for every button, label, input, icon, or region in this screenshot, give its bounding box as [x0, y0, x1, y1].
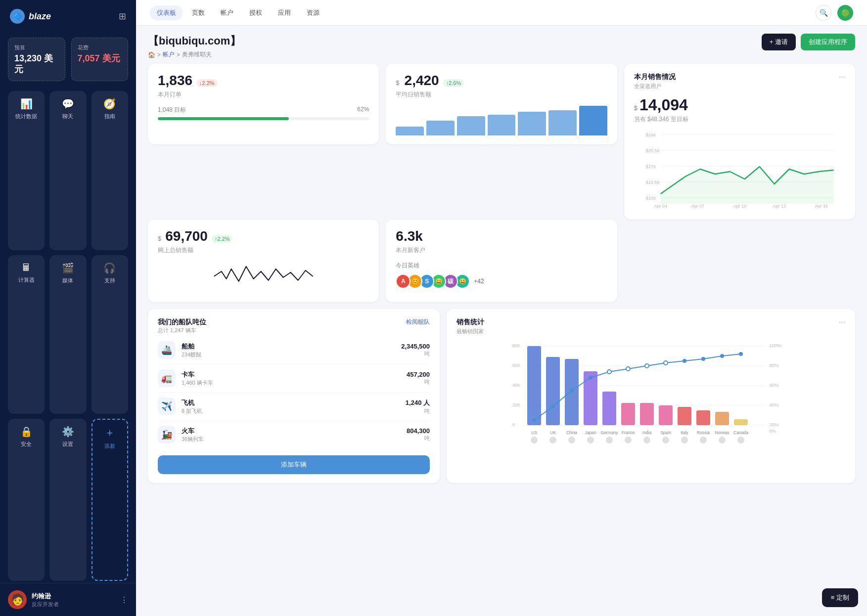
add-icon: +	[106, 427, 113, 440]
bottom-grid: 我们的船队吨位 总计 1,247 辆车 检阅舰队 🚢 船舶 234艘舰 2,34…	[148, 309, 855, 483]
budget-value: 13,230 美元	[14, 53, 59, 75]
svg-point-57	[549, 437, 556, 443]
svg-text:20%: 20%	[770, 422, 778, 427]
bar-6	[548, 110, 577, 135]
customize-button[interactable]: ≡ 定制	[822, 588, 858, 607]
header-settings-icon[interactable]: ⊞	[119, 11, 126, 22]
bar-uk	[546, 357, 560, 425]
svg-point-65	[700, 437, 707, 443]
breadcrumb-sep2: >	[177, 51, 180, 58]
add-vehicle-button[interactable]: 添加车辆	[158, 455, 430, 474]
total-sales-label: 网上总销售额	[158, 246, 369, 255]
user-menu-button[interactable]: ⋮	[120, 595, 128, 605]
expense-card: 花费 7,057 美元	[71, 38, 129, 81]
sidebar-item-chat[interactable]: 💬 聊天	[49, 91, 86, 250]
tab-resources[interactable]: 资源	[300, 5, 326, 20]
monthly-sales-value: 14,094	[639, 96, 688, 114]
bar-norway	[715, 412, 729, 425]
total-sales-value: 69,700	[165, 228, 208, 244]
sidebar-item-security[interactable]: 🔒 安全	[8, 419, 45, 581]
truck-sub: 1,460 辆卡车	[182, 379, 401, 387]
calculator-icon: 🖩	[21, 262, 31, 273]
bar-italy	[678, 407, 691, 425]
avg-sales-card: $ 2,420 ↑2.6% 平均日销售额	[386, 64, 617, 144]
stats-icon: 📊	[20, 98, 33, 110]
svg-point-61	[625, 437, 632, 443]
user-avatar-nav: 🟢	[837, 5, 853, 21]
sidebar-item-media[interactable]: 🎬 媒体	[49, 255, 86, 414]
svg-text:Norway: Norway	[715, 430, 730, 435]
heroes-label: 今日英雄	[396, 262, 607, 270]
svg-point-32	[645, 364, 649, 368]
create-app-button[interactable]: 创建应用程序	[801, 34, 855, 50]
tab-accounts[interactable]: 帐户	[214, 5, 240, 20]
progress-fill	[158, 117, 289, 120]
total-sales-card: $ 69,700 ↑2.2% 网上总销售额	[148, 220, 379, 302]
security-icon: 🔒	[20, 426, 33, 438]
svg-point-59	[587, 437, 594, 443]
monthly-sales-menu[interactable]: ···	[839, 73, 845, 82]
plane-name: 飞机	[182, 398, 400, 407]
fleet-truck-value: 457,200 吨	[407, 371, 430, 386]
svg-point-33	[664, 361, 668, 365]
fleet-train-info: 火车 36辆列车	[182, 427, 401, 443]
add-label: 添新	[104, 442, 115, 450]
breadcrumb-accounts[interactable]: 帐户	[163, 50, 175, 59]
tab-apps[interactable]: 应用	[271, 5, 298, 20]
svg-point-28	[570, 389, 574, 393]
fleet-link[interactable]: 检阅舰队	[406, 318, 430, 326]
svg-point-67	[737, 437, 744, 443]
progress-label: 1,048 目标	[158, 106, 186, 114]
sidebar-item-stats[interactable]: 📊 统计数据	[8, 91, 45, 250]
ship-name: 船舶	[182, 342, 395, 351]
svg-text:China: China	[566, 430, 577, 435]
fleet-card: 我们的船队吨位 总计 1,247 辆车 检阅舰队 🚢 船舶 234艘舰 2,34…	[148, 309, 440, 483]
search-button[interactable]: 🔍	[816, 5, 831, 21]
ship-sub: 234艘舰	[182, 351, 395, 358]
new-customers-card: 6.3k 本月新客户 今日英雄 A 😊 S 😄 碳 😀 +42	[386, 220, 617, 302]
avg-sales-label: 平均日销售额	[396, 90, 607, 99]
nav-grid: 📊 统计数据 💬 聊天 🧭 指南 🖩 计算器 🎬 媒体 🎧 支持 🔒 安全 ⚙	[0, 89, 136, 583]
budget-section: 预算 13,230 美元 花费 7,057 美元	[0, 33, 136, 89]
svg-text:Apr 13: Apr 13	[773, 204, 786, 209]
sidebar-item-settings[interactable]: ⚙️ 设置	[49, 419, 86, 581]
svg-point-36	[720, 354, 724, 358]
sidebar-item-support[interactable]: 🎧 支持	[91, 255, 128, 414]
train-icon: 🚂	[158, 426, 176, 443]
orders-progress: 1,048 目标 62%	[158, 106, 369, 120]
breadcrumb-sep1: >	[157, 51, 161, 58]
heroes-section: 今日英雄 A 😊 S 😄 碳 😀 +42	[396, 262, 607, 289]
sales-stats-menu[interactable]: ···	[839, 318, 845, 327]
bar-1	[396, 127, 424, 135]
monthly-sales-card: 本月销售情况 全渠道用户 ··· $ 14,094 另有 $48,346 至目标	[624, 64, 855, 220]
sales-stats-title-area: 销售统计 最畅销国家	[456, 318, 484, 335]
user-avatar: 🧑	[8, 590, 27, 609]
svg-text:$13.5K: $13.5K	[645, 180, 660, 185]
sidebar-item-add[interactable]: + 添新	[91, 419, 128, 581]
budget-card: 预算 13,230 美元	[8, 38, 65, 81]
tab-pages[interactable]: 页数	[185, 5, 212, 20]
page-title: 【biqubiqu.com】	[148, 34, 241, 48]
bar-france	[621, 403, 635, 425]
sidebar-item-calculator[interactable]: 🖩 计算器	[8, 255, 45, 414]
svg-point-62	[643, 437, 650, 443]
truck-icon: 🚛	[158, 369, 176, 387]
svg-text:UK: UK	[550, 430, 556, 435]
bar-5	[518, 112, 546, 135]
monthly-dollar: $	[634, 104, 638, 112]
settings-icon: ⚙️	[62, 426, 74, 438]
svg-point-56	[531, 437, 538, 443]
tab-dashboard[interactable]: 仪表板	[150, 5, 183, 20]
svg-point-30	[607, 370, 611, 374]
monthly-sales-subtitle: 全渠道用户	[634, 83, 676, 90]
sales-stats-title: 销售统计	[456, 318, 484, 327]
svg-point-27	[551, 404, 555, 408]
orders-card: 1,836 ↓2.2% 本月订单 1,048 目标 62%	[148, 64, 379, 144]
fleet-item-plane: ✈️ 飞机 8 架飞机 1,240 人 吨	[158, 393, 430, 421]
support-icon: 🎧	[103, 262, 116, 274]
sidebar-item-guide[interactable]: 🧭 指南	[91, 91, 128, 250]
user-role: 反应开发者	[32, 601, 115, 608]
invite-button[interactable]: + 邀请	[762, 34, 796, 50]
tab-auth[interactable]: 授权	[242, 5, 269, 20]
page-title-area: 【biqubiqu.com】 🏠 > 帐户 > 奥弗维耶夫	[148, 34, 241, 59]
